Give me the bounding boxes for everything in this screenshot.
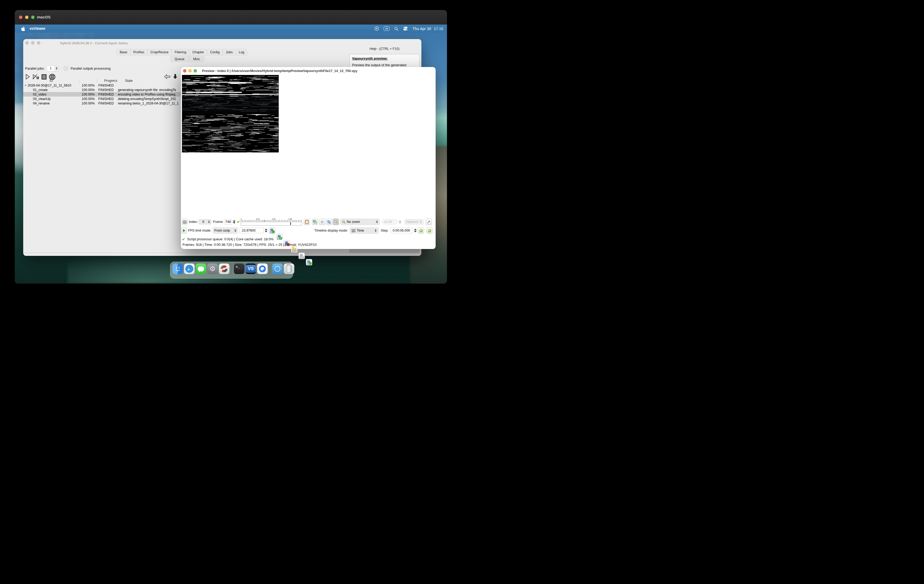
timeline-ruler[interactable]: 0 0:10 0:20 0:30 [241,218,302,225]
search-icon[interactable] [394,26,398,31]
hybrid-minimize-button[interactable] [31,41,35,45]
preview-settings-button[interactable]: ⚙ [319,219,325,225]
tab-filtering[interactable]: Filtering [172,49,189,55]
menubar-app-name[interactable]: vsViewer [30,26,45,31]
fps-value-input[interactable]: 23.97600 [239,228,264,233]
bookmark-open-button[interactable] [291,247,297,253]
bookmark-list-button[interactable] [299,253,305,259]
timeline-icon [183,220,186,223]
zoom-factor-stepper[interactable] [399,219,401,225]
step-input[interactable]: 0:00:05.000 [390,228,413,233]
timeline-slider[interactable] [241,222,302,225]
hybrid-close-button[interactable] [25,41,29,45]
play-button[interactable] [182,227,187,234]
screen-mirroring-icon[interactable] [375,26,379,31]
parallel-subjob-checkbox[interactable] [64,66,68,71]
tab-base[interactable]: Base [117,49,130,55]
ruler-icon [352,229,355,232]
main-tabbar: Base ProRes Crop/Resize Filtering Chapte… [117,49,248,55]
vm-titlebar[interactable]: macOS [15,10,447,25]
dock-trash-icon[interactable] [284,263,294,274]
zoom-mode-dropdown[interactable]: No zoom [340,219,380,225]
subtab-queue[interactable]: Queue [170,56,189,62]
tab-log[interactable]: Log [236,49,247,55]
step-stepper[interactable] [414,228,417,233]
preview-zoom-button[interactable] [193,69,197,73]
column-header-id[interactable]: ID [50,79,53,83]
zoom-tool-button[interactable] [333,219,339,225]
bookmark-next-button[interactable]: → [306,259,312,265]
video-frame[interactable] [182,75,279,152]
playhead-marker[interactable] [290,222,291,225]
fps-limit-dropdown[interactable]: From scrip [213,227,238,234]
preview-minimize-button[interactable] [188,69,192,73]
tab-prores[interactable]: ProRes [130,49,148,55]
scale-filter-dropdown[interactable]: Nearest [404,219,424,225]
menubar-clock[interactable]: Thu Apr 30 17.15 [412,26,443,31]
bookmark-add-button[interactable]: + [276,234,283,240]
paste-frame-button[interactable] [304,219,310,225]
job-progress: 100.00% [80,93,97,96]
jump-back-icon [419,229,423,232]
index-spinner[interactable]: 0 [198,219,211,225]
frame-stepper[interactable] [233,219,236,225]
frame-input[interactable]: 748 [224,219,232,225]
step-back-button[interactable] [418,227,424,234]
job-progress: 100.00% [80,84,97,87]
noise-band [182,94,279,95]
subtab-misc[interactable]: Misc [189,56,205,62]
noise-band [182,75,279,76]
tab-chapter[interactable]: Chapter [189,49,207,55]
download-arrow-icon: ↓ [274,266,280,272]
fps-limit-label: FPS limit mode: [188,229,211,232]
parallel-jobs-stepper[interactable] [54,66,59,71]
preview-controls-row1: Index: 0 Frame: 748 ✔ 0 0:10 0:20 0:30 [181,218,436,226]
dock-safari-icon[interactable] [184,263,195,274]
zoom-factor-input[interactable]: x2.00 [382,219,398,225]
copy-frame-button[interactable] [312,219,318,225]
preview-close-button[interactable] [183,69,186,73]
column-header-state[interactable]: State [125,79,133,83]
dock-messages-icon[interactable] [196,263,206,274]
color-picker-button[interactable] [426,219,432,225]
dock-downloads-icon[interactable]: ↓ [272,263,283,274]
parallel-jobs-row: Parallel jobs: 1 Parallel subjob process… [25,65,111,71]
apple-menu-icon[interactable] [21,26,25,31]
hybrid-window-title: Hybrid 2026.04.30.1 - Current input: bel… [60,41,128,45]
status-ok-icon: ✔ [182,237,185,241]
control-center-icon[interactable] [403,26,408,31]
fps-limit-value: From scrip [214,229,234,232]
input-source-icon[interactable]: FI [384,26,389,31]
tab-crop-resize[interactable]: Crop/Resize [147,49,172,55]
help-heading: Vapoursynth preview: [352,56,388,60]
hybrid-zoom-button[interactable] [37,41,40,45]
vm-close-button[interactable] [19,16,22,19]
fps-value-stepper[interactable] [265,228,267,233]
scale-filter-chevrons [420,220,422,223]
dock-terminal-icon[interactable]: >_ [234,263,244,274]
dock-hybrid-icon[interactable] [219,263,229,274]
ruler-tick-label: 0:30 [289,218,292,220]
tab-jobs[interactable]: Jobs [223,49,236,55]
parallel-jobs-input[interactable]: 1 [47,66,54,71]
tab-config[interactable]: Config [207,49,223,55]
quicktime-q-icon [259,265,266,272]
dock-quicktime-icon[interactable] [257,263,268,274]
menubar-time: 17.15 [434,26,443,31]
timeline-display-dropdown[interactable]: Time [350,227,379,234]
job-progress: 100.00% [80,97,97,101]
vm-zoom-button[interactable] [31,16,35,19]
index-stepper[interactable] [208,220,210,223]
dock-settings-icon[interactable]: ⚙ [207,263,218,274]
vm-minimize-button[interactable] [25,16,28,19]
bookmark-prev-button[interactable]: ← [269,227,275,234]
step-forward-button[interactable] [426,227,432,234]
crop-tool-button[interactable] [326,219,332,225]
timeline-toggle-button[interactable] [182,219,188,225]
fps-limit-chevrons [234,229,236,232]
step-label: Step: [381,229,388,232]
dock-vsviewer-icon[interactable]: VS [246,263,256,274]
speech-bubble-icon [198,266,204,271]
dock-finder-icon[interactable] [172,263,183,274]
vs-logo: VS [248,266,254,271]
